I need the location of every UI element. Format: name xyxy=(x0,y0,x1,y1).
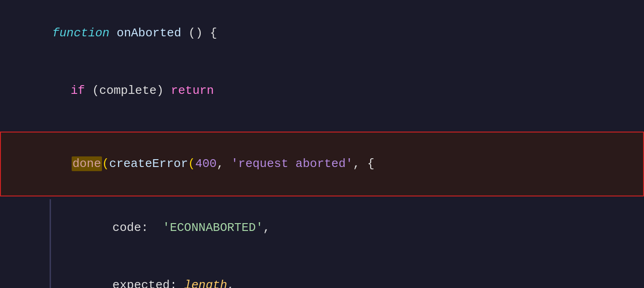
function-name: onAborted xyxy=(117,26,181,40)
string-request-aborted: 'request aborted' xyxy=(231,157,353,171)
prop-expected: expected: xyxy=(113,278,177,288)
space xyxy=(177,278,184,288)
comma-brace: , { xyxy=(353,157,374,171)
code-line-6: expected: length, xyxy=(0,257,644,288)
keyword-function: function xyxy=(52,26,110,40)
code-line-4-highlighted: done(createError(400, 'request aborted',… xyxy=(0,132,644,196)
keyword-return: return xyxy=(171,84,214,98)
code-line-2: if (complete) return xyxy=(0,62,644,120)
paren-complete: (complete) xyxy=(85,84,171,98)
number-400: 400 xyxy=(195,157,217,171)
code-line-blank-1 xyxy=(0,120,644,129)
keyword-if: if xyxy=(71,84,85,98)
var-length-1: length xyxy=(184,278,227,288)
space xyxy=(109,26,117,40)
paren-open-yellow-2: ( xyxy=(188,157,195,171)
spaces xyxy=(148,221,163,235)
comma: , xyxy=(227,278,235,288)
prop-code: code: xyxy=(113,221,148,235)
fn-create-error: createError xyxy=(109,157,188,171)
code-editor: function onAborted () { if (complete) re… xyxy=(0,0,644,288)
comma: , xyxy=(263,221,271,235)
code-line-1: function onAborted () { xyxy=(0,5,644,62)
fn-done: done xyxy=(73,157,101,171)
paren-open: () { xyxy=(181,26,217,40)
comma-1: , xyxy=(217,157,231,171)
done-highlight-bg: done xyxy=(72,156,102,171)
paren-open-yellow: ( xyxy=(102,157,109,171)
string-econnaborted: 'ECONNABORTED' xyxy=(163,221,263,235)
code-line-5: code: 'ECONNABORTED', xyxy=(0,199,644,257)
